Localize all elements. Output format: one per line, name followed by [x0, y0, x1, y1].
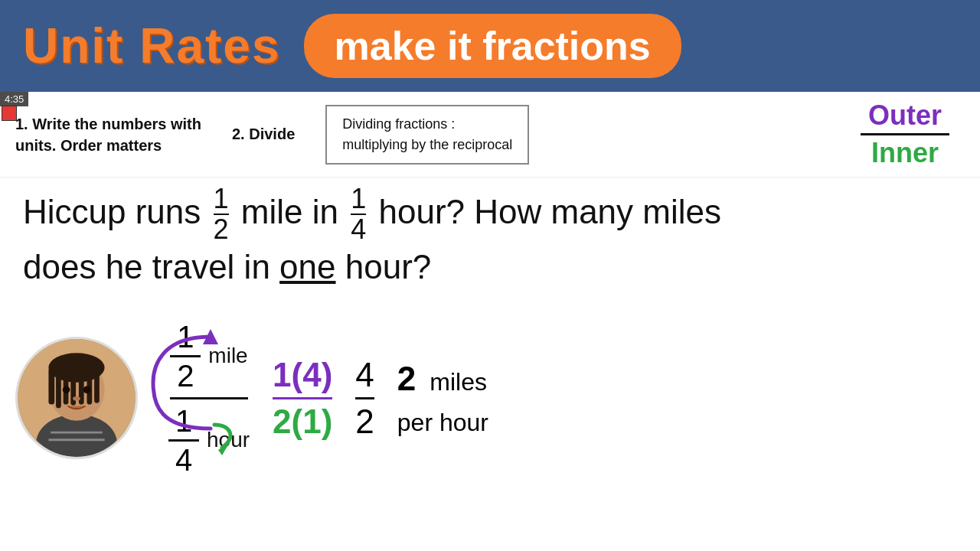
- fraction-quarter-numerator: 1: [351, 185, 366, 215]
- green-numerator: 1(4): [273, 356, 332, 399]
- division-block: 1 2 mile 1 4 hour: [168, 321, 250, 475]
- step1-label: 1. Write the numbers withunits. Order ma…: [15, 113, 201, 156]
- final-number: 2: [397, 360, 416, 397]
- timestamp: 4:35: [0, 92, 28, 106]
- svg-point-14: [83, 386, 91, 394]
- fraction-half-denominator: 2: [214, 215, 229, 243]
- reciprocal-arrows: [145, 306, 237, 459]
- problem-text-end-pre: does he travel in: [23, 248, 270, 285]
- fraction-quarter: 1 4: [351, 185, 366, 243]
- green-denominator: 2(1): [273, 399, 332, 441]
- avatar: [15, 337, 138, 459]
- svg-rect-12: [94, 369, 100, 403]
- unit-rates-title: Unit Rates: [23, 18, 281, 74]
- svg-rect-8: [64, 367, 69, 405]
- fraction-half-numerator: 1: [214, 185, 229, 215]
- fraction-half: 1 2: [214, 185, 229, 243]
- make-it-fractions-badge: make it fractions: [304, 14, 681, 78]
- header: Unit Rates make it fractions: [0, 0, 980, 92]
- dividing-fractions-box: Dividing fractions : multiplying by the …: [325, 105, 529, 165]
- problem-text-mid1: mile in: [241, 193, 338, 230]
- inner-label: Inner: [871, 135, 939, 169]
- outer-inner-indicator: Outer Inner: [861, 99, 949, 169]
- fraction-quarter-denominator: 4: [351, 215, 366, 243]
- result-fraction: 4 2: [355, 356, 374, 441]
- svg-point-13: [63, 386, 70, 394]
- outer-label: Outer: [861, 99, 949, 135]
- svg-point-15: [73, 396, 80, 401]
- result-numerator: 4: [355, 356, 374, 399]
- problem-text-mid2: hour? How many miles: [378, 193, 721, 230]
- steps-bar: 1. Write the numbers withunits. Order ma…: [0, 92, 980, 178]
- problem-text-end: hour?: [345, 248, 432, 285]
- step2-label: 2. Divide: [232, 126, 295, 143]
- step3-line1: Dividing fractions :: [342, 116, 455, 132]
- math-diagram: 1 2 mile 1 4 hour 1(4) 2(1) 4 2: [168, 321, 488, 475]
- svg-rect-11: [87, 368, 92, 405]
- green-fraction: 1(4) 2(1): [273, 356, 332, 441]
- problem-text-before: Hiccup runs: [23, 193, 201, 230]
- main-content: Hiccup runs 1 2 mile in 1 4 hour? How ma…: [0, 178, 980, 314]
- problem-text: Hiccup runs 1 2 mile in 1 4 hour? How ma…: [23, 185, 957, 291]
- stop-button[interactable]: [2, 106, 17, 121]
- underline-word: one: [279, 248, 335, 285]
- final-answer: 2 milesper hour: [397, 355, 488, 441]
- bottom-section: 1 2 mile 1 4 hour 1(4) 2(1) 4 2: [0, 321, 980, 475]
- result-denominator: 2: [355, 399, 374, 441]
- step3-line2: multiplying by the reciprocal: [342, 137, 512, 152]
- svg-rect-7: [56, 368, 61, 409]
- avatar-svg: [18, 337, 136, 457]
- svg-rect-6: [48, 368, 54, 405]
